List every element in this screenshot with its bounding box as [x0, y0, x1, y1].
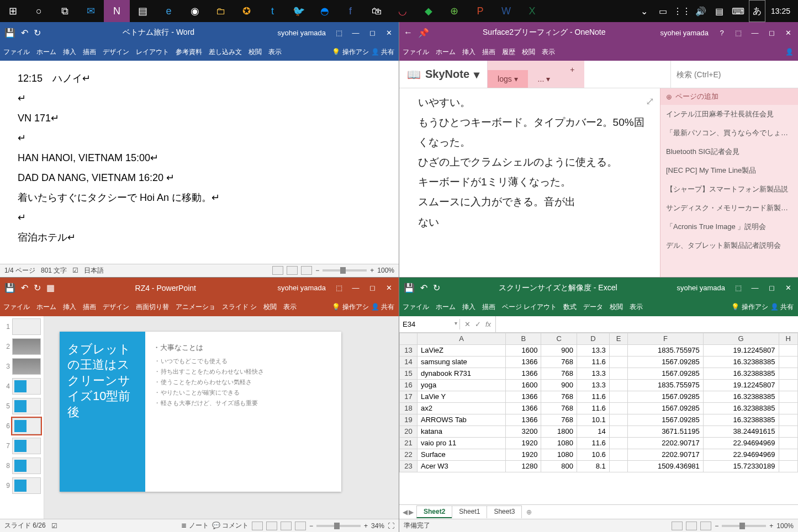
zoom-value[interactable]: 100% — [377, 267, 394, 274]
maximize-icon[interactable]: ◻ — [364, 284, 380, 292]
cell[interactable] — [779, 414, 797, 425]
cell[interactable] — [779, 368, 797, 379]
note-line[interactable]: キーボードが1ミリ薄くなった。 — [418, 172, 649, 192]
word-user[interactable]: syohei yamada — [272, 29, 331, 37]
cell[interactable] — [609, 449, 627, 460]
tab-挿入[interactable]: 挿入 — [60, 47, 80, 57]
cell[interactable]: 1366 — [506, 356, 541, 368]
cell[interactable]: 1567.09285 — [628, 414, 704, 425]
cell[interactable]: 800 — [541, 460, 577, 472]
paragraph[interactable]: ↵ — [18, 128, 381, 148]
paragraph[interactable]: ↵ — [18, 88, 381, 108]
onenote-page[interactable]: ⤢ いやすい。もうひとつキーボード。タイプカバー2。50%固くなった。ひざの上で… — [399, 88, 660, 277]
tab-履歴[interactable]: 履歴 — [499, 47, 519, 57]
minimize-icon[interactable]: — — [747, 284, 763, 292]
undo-icon[interactable]: ↶ — [420, 283, 427, 293]
tab-ページ レイアウト[interactable]: ページ レイアウト — [499, 302, 560, 312]
zoom-slider[interactable] — [722, 525, 766, 527]
cell[interactable]: LaVieZ — [418, 344, 506, 356]
zoom-out-icon[interactable]: − — [309, 522, 313, 530]
col-E[interactable]: E — [609, 333, 627, 344]
cell[interactable] — [779, 356, 797, 368]
cell[interactable]: 3200 — [506, 425, 541, 437]
cell[interactable]: 1366 — [506, 414, 541, 425]
row-header[interactable]: 13 — [400, 344, 418, 356]
bullet[interactable]: 持ち出すことをためらわせない軽快さ — [153, 366, 334, 377]
row-header[interactable]: 23 — [400, 460, 418, 472]
note-line[interactable]: いやすい。 — [418, 93, 649, 113]
cell[interactable]: 768 — [541, 356, 577, 368]
tab-ホーム[interactable]: ホーム — [33, 47, 60, 57]
share-button[interactable]: 👤 共有 — [371, 47, 394, 57]
tab-表示[interactable]: 表示 — [538, 47, 558, 57]
cell[interactable]: 11.6 — [577, 391, 609, 402]
pocket-icon[interactable]: ◡ — [389, 0, 415, 22]
thumbnail-9[interactable]: 9 — [2, 477, 41, 494]
paragraph[interactable]: ↵ — [18, 208, 381, 227]
table-row[interactable]: 22Surface1920108010.62202.9071722.946949… — [400, 449, 798, 460]
cell[interactable]: 22.94694969 — [703, 449, 779, 460]
normal-view-icon[interactable] — [672, 522, 683, 530]
cell[interactable]: 1567.09285 — [628, 391, 704, 402]
cell[interactable]: 38.24491615 — [703, 425, 779, 437]
minimize-icon[interactable]: — — [348, 284, 363, 292]
cell[interactable]: 14 — [577, 425, 609, 437]
share-button[interactable]: 👤 共有 — [371, 302, 394, 312]
slide-title[interactable]: タブレットの王道はスクリーンサイズ10型前後 — [60, 332, 145, 492]
enter-icon[interactable]: ✓ — [475, 320, 481, 328]
chat-icon[interactable]: ✪ — [234, 0, 260, 22]
tab-挿入[interactable]: 挿入 — [60, 302, 80, 312]
notes-button[interactable]: ≣ ノート — [181, 521, 208, 530]
tab-ファイル[interactable]: ファイル — [0, 47, 33, 57]
note-line[interactable]: ない — [418, 212, 649, 232]
tray-chevron-icon[interactable]: ⌄ — [636, 0, 653, 22]
expand-icon[interactable]: ⤢ — [646, 92, 654, 111]
outlook-icon[interactable]: ✉ — [78, 0, 104, 22]
zoom-in-icon[interactable]: + — [364, 522, 368, 530]
note-line[interactable]: もうひとつキーボード。タイプカバー2。50%固くなった。 — [418, 113, 649, 152]
tab-ファイル[interactable]: ファイル — [399, 302, 432, 312]
cell[interactable]: 10.6 — [577, 449, 609, 460]
tab-描画[interactable]: 描画 — [479, 47, 499, 57]
table-row[interactable]: 21vaio pro 111920108011.62202.9071722.94… — [400, 437, 798, 449]
keyboard-icon[interactable]: ⌨ — [730, 0, 747, 22]
bullet[interactable]: 使うことをためらわせない気軽さ — [153, 377, 334, 387]
col-F[interactable]: F — [628, 333, 704, 344]
redo-icon[interactable]: ↻ — [34, 283, 41, 293]
wifi-icon[interactable]: ⋮⋮ — [674, 0, 690, 22]
zoom-value[interactable]: 34% — [371, 522, 384, 530]
search-input[interactable] — [671, 67, 798, 82]
reading-view-icon[interactable] — [281, 522, 292, 530]
table-row[interactable]: 13LaVieZ160090013.31835.75597519.1224580… — [400, 344, 798, 356]
cell[interactable]: 1366 — [506, 391, 541, 402]
ppt-user[interactable]: syohei yamada — [272, 284, 331, 292]
cell[interactable]: 16.32388385 — [703, 402, 779, 414]
cell[interactable]: 16.32388385 — [703, 414, 779, 425]
tab-挿入[interactable]: 挿入 — [459, 302, 479, 312]
page-list-item[interactable]: インテル江田麻希子社長就任会見 — [660, 105, 798, 124]
tab-校閲[interactable]: 校閲 — [606, 302, 626, 312]
edge-icon[interactable]: e — [156, 0, 182, 22]
cell[interactable] — [609, 356, 627, 368]
undo-icon[interactable]: ↶ — [21, 283, 28, 293]
app-icon[interactable]: ⊕ — [441, 0, 467, 22]
thumbnail-5[interactable]: 5 — [2, 398, 41, 414]
tab-表示[interactable]: 表示 — [265, 47, 285, 57]
tab-表示[interactable]: 表示 — [626, 302, 646, 312]
tell-me[interactable]: 💡 操作アシ — [731, 302, 768, 312]
cell[interactable]: 16.32388385 — [703, 356, 779, 368]
cell[interactable]: 22.94694969 — [703, 437, 779, 449]
tab-表示[interactable]: 表示 — [280, 302, 300, 312]
col-G[interactable]: G — [703, 333, 779, 344]
store-icon[interactable]: 🛍 — [363, 0, 389, 22]
ribbon-mode-icon[interactable]: ⬚ — [331, 284, 347, 292]
col-H[interactable]: H — [779, 333, 797, 344]
tab-ホーム[interactable]: ホーム — [432, 47, 459, 57]
paragraph[interactable]: 着いたらすぐにタクシーで Hoi An に移動。↵ — [18, 188, 381, 208]
table-row[interactable]: 20katana32001800143671.5119538.24491615 — [400, 425, 798, 437]
redo-icon[interactable]: ↻ — [34, 28, 41, 38]
section-tab[interactable]: logs ▾ — [488, 70, 528, 88]
page-list-item[interactable]: デル、タブレット新製品記者説明会 — [660, 236, 798, 255]
feedly-icon[interactable]: ◆ — [415, 0, 441, 22]
slide-canvas[interactable]: タブレットの王道はスクリーンサイズ10型前後 ・大事なことは いつでもどこでも使… — [44, 316, 399, 519]
